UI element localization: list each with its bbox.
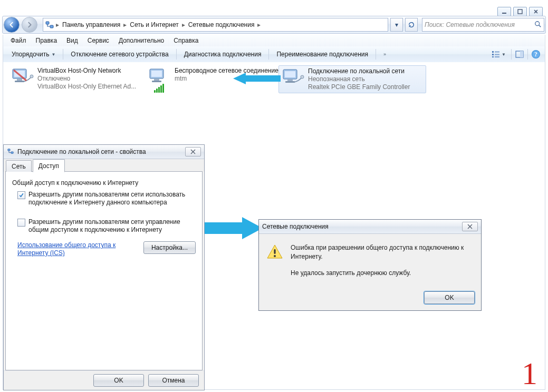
dialog-close-button[interactable] (185, 147, 201, 156)
svg-rect-34 (274, 249, 275, 254)
refresh-button[interactable] (405, 18, 418, 32)
checkbox-allow-control[interactable] (17, 219, 25, 227)
svg-rect-1 (518, 9, 522, 14)
cancel-button[interactable]: Отмена (148, 374, 199, 387)
annotation-number: 1 (522, 356, 537, 392)
ok-button[interactable]: OK (424, 291, 475, 304)
menu-edit[interactable]: Правка (32, 36, 62, 45)
chevron-right-icon: ▸ (55, 21, 60, 28)
separator (176, 49, 177, 60)
svg-rect-6 (492, 54, 494, 55)
search-placeholder: Поиск: Сетевые подключения (425, 21, 531, 28)
search-icon (534, 21, 542, 30)
address-bar: ▸ Панель управления ▸ Сеть и Интернет ▸ … (2, 16, 546, 34)
forward-button[interactable] (22, 17, 37, 33)
help-button[interactable]: ? (530, 48, 542, 60)
svg-rect-9 (495, 54, 499, 55)
properties-dialog: Подключение по локальной сети - свойства… (3, 144, 205, 390)
network-icon (7, 148, 14, 156)
signal-strength-icon (154, 84, 164, 93)
connection-lan[interactable]: Подключение по локальной сети Неопознанн… (278, 65, 426, 93)
breadcrumb-network-connections[interactable]: Сетевые подключения (187, 21, 256, 28)
svg-rect-8 (495, 52, 499, 53)
svg-rect-27 (287, 79, 293, 81)
svg-point-4 (535, 21, 540, 25)
svg-point-29 (301, 75, 304, 79)
toolbar: Упорядочить▼ Отключение сетевого устройс… (3, 46, 545, 63)
dialog-titlebar[interactable]: Подключение по локальной сети - свойства (4, 145, 204, 159)
back-button[interactable] (4, 17, 20, 33)
dialog-titlebar[interactable]: Сетевые подключения (259, 220, 481, 234)
search-input[interactable]: Поиск: Сетевые подключения (422, 18, 544, 32)
organize-button[interactable]: Упорядочить▼ (6, 48, 61, 60)
group-title: Общий доступ к подключению к Интернету (12, 179, 198, 187)
tab-network[interactable]: Сеть (6, 160, 32, 172)
connection-device: Realtek PCIe GBE Family Controller (308, 83, 410, 91)
more-commands-button[interactable]: » (378, 50, 390, 59)
menu-file[interactable]: Файл (6, 36, 31, 45)
checkbox-allow-share-label: Разрешить другим пользователям сети испо… (28, 191, 196, 207)
separator (527, 49, 528, 60)
annotation-arrow (233, 71, 281, 86)
svg-rect-7 (492, 56, 494, 57)
breadcrumb-control-panel[interactable]: Панель управления (61, 21, 121, 28)
error-dialog: Сетевые подключения Ошибка при разрешени… (258, 219, 482, 311)
separator (511, 49, 512, 60)
svg-rect-5 (492, 51, 494, 53)
menu-extra[interactable]: Дополнительно (114, 36, 168, 45)
window-controls (497, 7, 543, 16)
checkbox-allow-control-label: Разрешить другим пользователям сети упра… (28, 218, 196, 234)
chevron-right-icon: ▸ (256, 21, 262, 28)
chevron-right-icon: ▸ (122, 21, 128, 28)
svg-rect-23 (154, 79, 159, 81)
error-line-1: Ошибка при разрешении общего доступа к п… (291, 243, 474, 261)
connection-title: VirtualBox Host-Only Network (37, 67, 136, 75)
svg-rect-28 (285, 81, 295, 83)
menu-view[interactable]: Вид (62, 36, 82, 45)
svg-rect-32 (8, 149, 10, 151)
preview-pane-button[interactable] (514, 48, 525, 60)
svg-rect-3 (50, 25, 53, 28)
dialog-button-row: OK Отмена (4, 370, 204, 390)
svg-rect-24 (152, 81, 161, 82)
adapter-icon (10, 67, 34, 89)
settings-button[interactable]: Настройка... (143, 241, 196, 254)
maximize-button[interactable] (513, 7, 527, 16)
checkbox-allow-share[interactable] (17, 191, 25, 199)
connection-title: Подключение по локальной сети (308, 67, 410, 75)
svg-rect-0 (502, 13, 506, 14)
separator (376, 49, 376, 60)
ok-button[interactable]: OK (93, 374, 144, 387)
breadcrumb-network-internet[interactable]: Сеть и Интернет (129, 21, 179, 28)
svg-rect-19 (15, 81, 24, 82)
svg-point-20 (30, 75, 33, 78)
address-dropdown-button[interactable]: ▾ (390, 18, 403, 32)
connection-virtualbox[interactable]: VirtualBox Host-Only Network Отключено V… (8, 65, 143, 92)
dialog-close-button[interactable] (462, 222, 478, 231)
view-mode-button[interactable] (490, 48, 502, 60)
menu-bar: Файл Правка Вид Сервис Дополнительно Спр… (3, 35, 545, 47)
svg-rect-2 (46, 22, 49, 24)
ics-help-link[interactable]: Использование общего доступа к Интернету… (17, 241, 137, 257)
svg-rect-18 (17, 79, 22, 81)
diagnose-button[interactable]: Диагностика подключения (179, 48, 267, 60)
close-button[interactable] (529, 7, 543, 16)
caret-down-icon[interactable]: ▼ (502, 52, 509, 57)
connection-status: Отключено (37, 75, 136, 83)
menu-help[interactable]: Справка (169, 36, 203, 45)
menu-service[interactable]: Сервис (83, 36, 113, 45)
svg-text:?: ? (534, 51, 537, 58)
tab-access[interactable]: Доступ (33, 159, 65, 172)
separator (268, 49, 269, 60)
svg-rect-10 (495, 56, 499, 57)
breadcrumb[interactable]: ▸ Панель управления ▸ Сеть и Интернет ▸ … (43, 18, 388, 32)
chevron-right-icon: ▸ (181, 21, 186, 28)
rename-button[interactable]: Переименование подключения (271, 48, 373, 60)
dialog-title-text: Подключение по локальной сети - свойства (17, 148, 146, 155)
adapter-icon (281, 67, 305, 90)
svg-rect-12 (520, 51, 523, 57)
tab-strip: Сеть Доступ (4, 159, 204, 172)
disable-adapter-button[interactable]: Отключение сетевого устройства (65, 48, 174, 60)
svg-point-35 (274, 255, 276, 257)
minimize-button[interactable] (497, 7, 511, 16)
